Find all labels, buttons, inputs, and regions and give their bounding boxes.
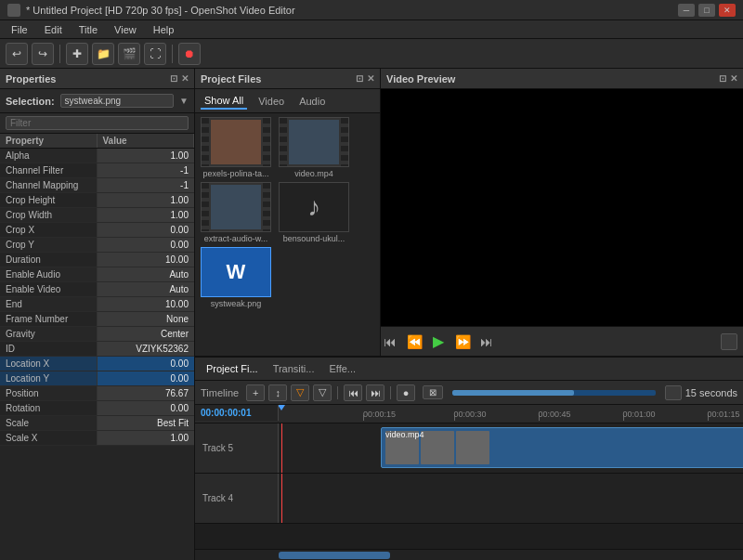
prop-row-channel-filter[interactable]: Channel Filter-1 bbox=[0, 163, 194, 178]
timeline-ruler: 00:00:00:01 00:00:1500:00:3000:00:4500:0… bbox=[195, 405, 743, 423]
toolbar-export[interactable]: 🎬 bbox=[118, 43, 140, 65]
menu-item-edit[interactable]: Edit bbox=[37, 22, 70, 37]
properties-header: Properties ⊡ ✕ bbox=[0, 69, 194, 89]
vp-icon-2[interactable]: ✕ bbox=[730, 73, 737, 84]
tl-arrow[interactable]: ▽ bbox=[313, 384, 332, 401]
preview-controls: ⏮ ⏪ ▶ ⏩ ⏭ bbox=[381, 326, 743, 356]
file-item-1[interactable]: video.mp4 bbox=[277, 117, 351, 178]
menu-item-view[interactable]: View bbox=[107, 22, 144, 37]
prop-row-scale[interactable]: ScaleBest Fit bbox=[0, 416, 194, 431]
window-title: * Untitled Project [HD 720p 30 fps] - Op… bbox=[26, 5, 295, 16]
ruler-label-4: 00:01:15 bbox=[708, 410, 740, 419]
tl-add-track[interactable]: + bbox=[246, 384, 265, 401]
tl-center-toggle[interactable]: ⊠ bbox=[423, 385, 443, 399]
prop-row-channel-mapping[interactable]: Channel Mapping-1 bbox=[0, 178, 194, 193]
minimize-button[interactable]: ─ bbox=[678, 4, 695, 17]
timeline-scroll-thumb[interactable] bbox=[279, 552, 390, 559]
prop-row-gravity[interactable]: GravityCenter bbox=[0, 327, 194, 342]
vp-icons[interactable]: ⊡ ✕ bbox=[719, 73, 737, 84]
toolbar-record[interactable]: ⏺ bbox=[178, 43, 201, 65]
maximize-button[interactable]: □ bbox=[698, 4, 715, 17]
preview-skip-back[interactable]: ⏮ bbox=[381, 332, 399, 351]
track-row-1: Track 4 bbox=[195, 474, 743, 524]
pf-icon-2[interactable]: ✕ bbox=[367, 73, 374, 84]
prop-row-enable-video[interactable]: Enable VideoAuto bbox=[0, 282, 194, 297]
properties-icon-2[interactable]: ✕ bbox=[181, 73, 189, 84]
prop-value-3: 1.00 bbox=[98, 193, 195, 207]
menu-item-title[interactable]: Title bbox=[72, 22, 105, 37]
selection-value[interactable]: systweak.png bbox=[60, 94, 175, 108]
prop-row-crop-x[interactable]: Crop X0.00 bbox=[0, 223, 194, 238]
prop-value-0: 1.00 bbox=[98, 149, 195, 163]
close-button[interactable]: ✕ bbox=[719, 4, 736, 17]
prop-row-location-x[interactable]: Location X0.00 bbox=[0, 357, 194, 371]
bottom-tab-1[interactable]: Transiti... bbox=[269, 361, 319, 376]
project-tab-video[interactable]: Video bbox=[254, 94, 288, 109]
menu-item-file[interactable]: File bbox=[4, 22, 35, 37]
prop-row-enable-audio[interactable]: Enable AudioAuto bbox=[0, 267, 194, 282]
toolbar-undo[interactable]: ↩ bbox=[6, 43, 28, 65]
selection-dropdown-icon[interactable]: ▼ bbox=[179, 96, 189, 106]
prop-value-17: 0.00 bbox=[98, 401, 195, 415]
file-item-3[interactable]: ♪bensound-ukul... bbox=[277, 182, 351, 243]
menu-item-help[interactable]: Help bbox=[146, 22, 182, 37]
toolbar-import[interactable]: 📁 bbox=[92, 43, 114, 65]
tl-zoom-slider[interactable] bbox=[452, 390, 656, 396]
vp-icon-1[interactable]: ⊡ bbox=[719, 73, 726, 84]
preview-play[interactable]: ▶ bbox=[429, 332, 448, 351]
prop-row-crop-y[interactable]: Crop Y0.00 bbox=[0, 238, 194, 253]
project-files-icons[interactable]: ⊡ ✕ bbox=[356, 73, 374, 84]
tl-razorblade[interactable]: ▽ bbox=[291, 384, 309, 401]
preview-forward[interactable]: ⏩ bbox=[453, 332, 472, 351]
pf-icon-1[interactable]: ⊡ bbox=[356, 73, 363, 84]
toolbar-fullscreen[interactable]: ⛶ bbox=[144, 43, 166, 65]
prop-name-14: Location X bbox=[0, 357, 98, 371]
toolbar-add[interactable]: ✚ bbox=[66, 43, 88, 65]
timeline-content: 00:00:00:01 00:00:1500:00:3000:00:4500:0… bbox=[195, 405, 743, 560]
file-item-2[interactable]: extract-audio-w... bbox=[199, 182, 273, 243]
prop-row-crop-width[interactable]: Crop Width1.00 bbox=[0, 208, 194, 223]
preview-rewind[interactable]: ⏪ bbox=[405, 332, 424, 351]
prop-row-frame-number[interactable]: Frame NumberNone bbox=[0, 312, 194, 327]
preview-settings[interactable] bbox=[721, 333, 737, 350]
properties-icon-1[interactable]: ⊡ bbox=[170, 73, 177, 84]
prop-row-rotation[interactable]: Rotation0.00 bbox=[0, 401, 194, 416]
tl-skip-start[interactable]: ⏮ bbox=[344, 384, 362, 401]
clip-0-0[interactable]: video.mp4 bbox=[381, 427, 743, 468]
timeline-scrollbar[interactable] bbox=[195, 549, 743, 560]
prop-row-scale-x[interactable]: Scale X1.00 bbox=[0, 431, 194, 446]
properties-title: Properties bbox=[6, 73, 56, 85]
file-name-3: bensound-ukul... bbox=[279, 234, 349, 243]
filter-input[interactable] bbox=[6, 116, 189, 130]
title-bar: * Untitled Project [HD 720p 30 fps] - Op… bbox=[0, 0, 743, 20]
prop-row-end[interactable]: End10.00 bbox=[0, 297, 194, 312]
tl-record[interactable]: ● bbox=[397, 384, 415, 401]
prop-row-crop-height[interactable]: Crop Height1.00 bbox=[0, 193, 194, 208]
timeline-tracks: Track 5video.mp4Wsyst...Track 4 bbox=[195, 423, 743, 549]
track-content-0[interactable]: video.mp4Wsyst... bbox=[279, 423, 743, 473]
file-name-2: extract-audio-w... bbox=[201, 234, 271, 243]
prop-row-alpha[interactable]: Alpha1.00 bbox=[0, 149, 194, 163]
file-thumb-2 bbox=[201, 182, 271, 232]
project-tab-show-all[interactable]: Show All bbox=[201, 93, 247, 110]
file-item-4[interactable]: Wsystweak.png bbox=[199, 247, 273, 308]
prop-row-position[interactable]: Position76.67 bbox=[0, 386, 194, 401]
toolbar-redo[interactable]: ↪ bbox=[32, 43, 54, 65]
tl-skip-end[interactable]: ⏭ bbox=[366, 384, 385, 401]
tl-seconds-icon bbox=[665, 385, 682, 400]
prop-row-duration[interactable]: Duration10.00 bbox=[0, 253, 194, 267]
bottom-tab-2[interactable]: Effe... bbox=[325, 361, 359, 376]
bottom-tab-0[interactable]: Project Fi... bbox=[202, 361, 262, 376]
file-item-0[interactable]: pexels-polina-ta... bbox=[199, 117, 273, 178]
titlebar-controls[interactable]: ─ □ ✕ bbox=[678, 4, 736, 17]
main-toolbar: ↩ ↪ ✚ 📁 🎬 ⛶ ⏺ bbox=[0, 39, 743, 69]
prop-row-id[interactable]: IDVZIYK52362 bbox=[0, 342, 194, 357]
track-content-1[interactable] bbox=[279, 474, 743, 523]
prop-row-location-y[interactable]: Location Y0.00 bbox=[0, 371, 194, 386]
tl-move[interactable]: ↕ bbox=[268, 384, 287, 401]
playhead-0 bbox=[281, 423, 282, 473]
prop-name-2: Channel Mapping bbox=[0, 178, 98, 192]
preview-skip-forward[interactable]: ⏭ bbox=[477, 332, 496, 351]
properties-header-icons[interactable]: ⊡ ✕ bbox=[170, 73, 189, 84]
project-tab-audio[interactable]: Audio bbox=[295, 94, 329, 109]
